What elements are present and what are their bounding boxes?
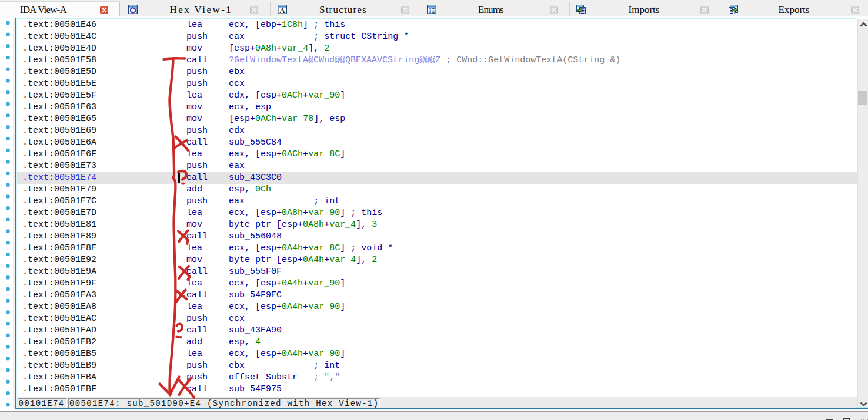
svg-text:A: A [279, 6, 285, 14]
